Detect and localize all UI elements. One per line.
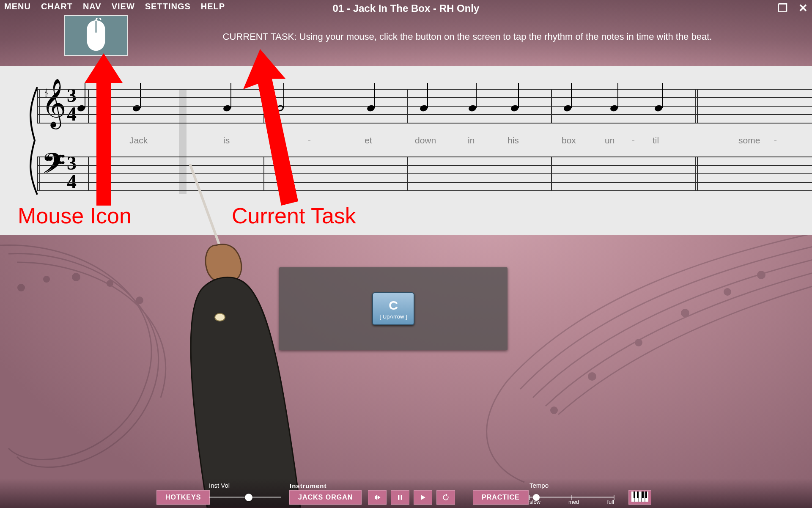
menu-item-menu[interactable]: MENU [4,2,31,11]
note [77,105,85,111]
lyric-syllable: un [605,135,614,146]
instrument-label: Instrument [290,482,327,489]
svg-rect-17 [642,492,644,498]
annotation-arrow-current-task [235,49,307,210]
lyric-syllable: - [632,135,635,146]
loop-button[interactable] [436,490,455,505]
barline [697,89,698,124]
barline [407,157,408,191]
lyric-syllable: his [508,135,519,146]
svg-point-4 [136,297,143,304]
svg-point-10 [550,406,558,414]
svg-point-0 [17,284,25,291]
treble-clef-icon: 𝄞 [44,89,48,96]
decor-music-left [0,237,203,508]
lyric-syllable: box [562,135,576,146]
lyric-syllable: down [415,135,436,146]
barline [407,89,408,124]
input-mode-mouse-indicator[interactable] [64,15,128,56]
window-restore-button[interactable]: ❐ [778,2,787,15]
lyric-syllable: is [223,135,230,146]
tap-note-hint: [ UpArrow ] [379,313,407,320]
instrument-select[interactable]: Instrument JACKS ORGAN [289,490,362,505]
note [223,105,231,111]
lyrics-row: Jackisqui-etdowninhisboxun-til [37,135,812,147]
note [469,105,476,111]
tap-note-button[interactable]: C [ UpArrow ] [372,292,414,325]
lyric-syllable: Jack [129,135,148,146]
lyrics-row-next: some- [702,135,812,147]
barline [37,157,38,191]
instrument-value: JACKS ORGAN [298,494,353,501]
barline [39,157,40,191]
practice-button[interactable]: PRACTICE [473,490,529,505]
barline [39,89,40,124]
svg-point-6 [724,288,731,296]
bass-staff: 𝄢 3 4 [37,157,812,191]
task-prefix: CURRENT TASK: [223,31,297,42]
svg-rect-18 [645,492,647,498]
tempo-mark-full: full [607,499,614,505]
tap-rhythm-panel: C [ UpArrow ] [279,267,508,350]
svg-marker-24 [243,49,298,206]
barline [695,89,696,124]
barline [697,157,698,191]
treble-staff: 𝄞 3 4 [37,89,812,124]
svg-point-3 [107,280,113,287]
note [511,105,518,111]
bass-clef-icon: 𝄢 [44,148,66,187]
svg-point-7 [681,309,689,317]
svg-point-13 [215,313,225,321]
menu-item-settings[interactable]: SETTINGS [145,2,191,11]
barline [695,157,696,191]
note [655,105,662,111]
tempo-mark-slow: slow [529,499,540,505]
tap-note-label: C [389,298,398,313]
note [610,105,618,111]
barline [37,89,38,124]
mouse-icon [85,18,107,53]
keyboard-view-button[interactable] [628,490,651,505]
piano-keys-icon [631,492,648,503]
staff-brace-icon [27,86,38,195]
lyric-syllable: - [774,135,777,146]
bottom-toolbar: HOTKEYS Inst Vol Instrument JACKS ORGAN … [0,478,812,508]
main-menu: MENU CHART NAV VIEW SETTINGS HELP [4,2,225,11]
pause-button[interactable] [391,490,409,505]
decor-music-right [457,228,812,499]
annotation-arrow-mouse-icon [85,53,123,206]
lyric-syllable: in [468,135,475,146]
note [420,105,428,111]
tempo-mark-med: med [568,499,579,505]
annotation-label-task: Current Task [232,203,356,228]
note [367,105,375,111]
play-button[interactable] [414,490,432,505]
lyric-syllable: til [653,135,659,146]
inst-vol-label: Inst Vol [209,482,230,489]
hotkeys-button[interactable]: HOTKEYS [156,490,210,505]
svg-point-1 [43,276,50,283]
tempo-label: Tempo [529,482,549,489]
svg-point-5 [757,271,765,279]
rewind-button[interactable] [368,490,387,505]
current-task-text: CURRENT TASK: Using your mouse, click th… [199,30,736,43]
barline [551,89,552,124]
task-body: Using your mouse, click the button on th… [299,31,712,42]
lyric-syllable: some [738,135,760,146]
svg-point-9 [588,372,596,381]
svg-point-2 [72,273,80,281]
note [564,105,571,111]
lyric-syllable: - [308,135,311,146]
menu-item-help[interactable]: HELP [201,2,225,11]
svg-point-8 [635,339,642,346]
lyric-syllable: et [365,135,372,146]
menu-item-chart[interactable]: CHART [41,2,73,11]
svg-marker-23 [85,53,123,206]
annotation-label-mouse: Mouse Icon [18,203,132,228]
window-close-button[interactable]: ✕ [798,2,808,15]
menu-item-nav[interactable]: NAV [83,2,102,11]
barline [551,157,552,191]
tempo-slider[interactable]: Tempo slow med full [529,490,614,505]
instrument-volume-slider[interactable]: Inst Vol [209,490,281,505]
menu-item-view[interactable]: VIEW [112,2,135,11]
